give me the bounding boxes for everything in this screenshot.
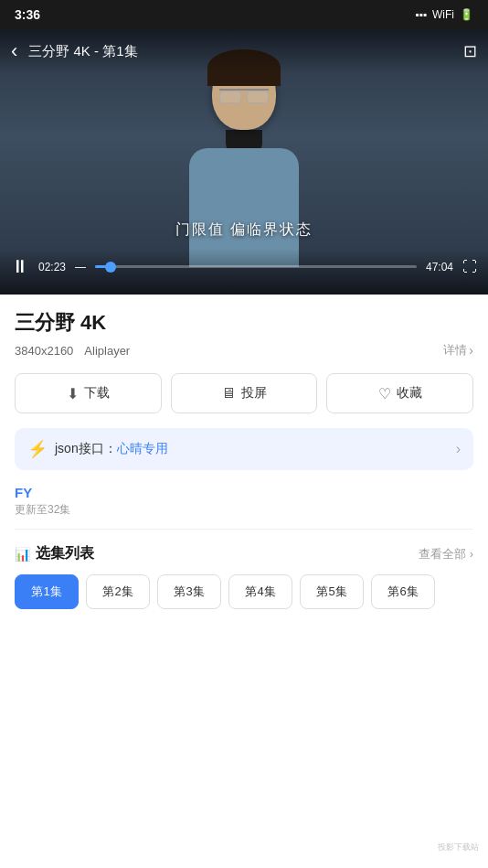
episode-section: 📊 选集列表 查看全部 › 第1集第2集第3集第4集第5集第6集: [15, 544, 473, 609]
progress-thumb: [105, 262, 116, 273]
show-title: 三分野 4K: [15, 309, 473, 337]
battery-icon: 🔋: [460, 8, 473, 21]
video-header: ‹ 三分野 4K - 第1集 ⊡: [0, 29, 488, 73]
player-label: Aliplayer: [84, 344, 130, 358]
progress-bar[interactable]: [95, 265, 417, 268]
content-area: 三分野 4K 3840x2160 Aliplayer 详情 › ⬇ 下载 🖥 投…: [0, 295, 488, 638]
current-time: 02:23: [38, 261, 66, 273]
download-label: 下载: [84, 385, 110, 402]
video-subtitle: 门限值 偏临界状态: [175, 220, 313, 240]
video-title: 三分野 4K - 第1集: [28, 43, 452, 60]
glass-right: [247, 91, 269, 103]
source-section: FY 更新至32集: [15, 485, 473, 530]
json-text: json接口：心晴专用: [55, 441, 456, 457]
cast-icon: 🖥: [221, 385, 236, 402]
status-bar: 3:36 ▪▪▪ WiFi 🔋: [0, 0, 488, 29]
episode-button-1[interactable]: 第1集: [15, 574, 79, 609]
action-buttons: ⬇ 下载 🖥 投屏 ♡ 收藏: [15, 373, 473, 413]
meta-info: 3840x2160 Aliplayer: [15, 344, 130, 358]
json-source: 心晴专用: [117, 441, 168, 455]
episode-header: 📊 选集列表 查看全部 ›: [15, 544, 473, 563]
character-glasses: [219, 89, 269, 103]
source-update: 更新至32集: [15, 502, 473, 518]
meta-row: 3840x2160 Aliplayer 详情 ›: [15, 342, 473, 359]
episode-button-2[interactable]: 第2集: [86, 574, 150, 609]
total-time: 47:04: [426, 261, 453, 273]
source-name[interactable]: FY: [15, 485, 473, 500]
pause-button[interactable]: ⏸: [11, 256, 29, 277]
resolution-label: 3840x2160: [15, 344, 73, 358]
video-character: [171, 57, 317, 240]
detail-arrow-icon: ›: [469, 343, 473, 358]
bar-chart-icon: 📊: [15, 547, 30, 562]
lightning-icon: ⚡: [27, 439, 48, 459]
video-controls: ⏸ 02:23 — 47:04 ⛶: [0, 249, 488, 295]
download-button[interactable]: ⬇ 下载: [15, 373, 162, 413]
episode-section-title: 📊 选集列表: [15, 544, 94, 563]
back-button[interactable]: ‹: [11, 41, 17, 61]
cast-button[interactable]: 🖥 投屏: [171, 373, 318, 413]
controls-row: ⏸ 02:23 — 47:04 ⛶: [11, 256, 477, 277]
json-prefix: json接口：: [55, 441, 117, 455]
download-icon: ⬇: [67, 385, 79, 402]
episode-button-3[interactable]: 第3集: [157, 574, 221, 609]
time-separator: —: [75, 261, 86, 273]
glass-left: [219, 91, 241, 103]
view-all-text: 查看全部: [419, 546, 466, 563]
detail-text: 详情: [443, 342, 467, 359]
signal-icon: ▪▪▪: [415, 8, 427, 21]
episode-grid: 第1集第2集第3集第4集第5集第6集: [15, 574, 473, 609]
wifi-icon: WiFi: [432, 8, 454, 21]
cast-label: 投屏: [241, 385, 267, 402]
watermark-text: 投影下载站: [438, 842, 479, 852]
episode-button-6[interactable]: 第6集: [371, 574, 435, 609]
heart-icon: ♡: [378, 385, 391, 402]
status-icons: ▪▪▪ WiFi 🔋: [415, 8, 473, 21]
view-all-button[interactable]: 查看全部 ›: [419, 546, 473, 563]
episode-button-5[interactable]: 第5集: [300, 574, 364, 609]
episode-title-text: 选集列表: [36, 544, 94, 563]
video-player[interactable]: 门限值 偏临界状态 ‹ 三分野 4K - 第1集 ⊡ ⏸ 02:23 — 47:…: [0, 29, 488, 295]
episode-button-4[interactable]: 第4集: [228, 574, 292, 609]
favorite-button[interactable]: ♡ 收藏: [326, 373, 473, 413]
json-banner[interactable]: ⚡ json接口：心晴专用 ›: [15, 428, 473, 470]
pip-button[interactable]: ⊡: [463, 41, 477, 61]
view-all-arrow-icon: ›: [470, 547, 473, 561]
json-arrow-icon: ›: [456, 441, 461, 457]
favorite-label: 收藏: [397, 385, 422, 402]
watermark: 投影下载站: [438, 841, 479, 853]
detail-link[interactable]: 详情 ›: [443, 342, 473, 359]
status-time: 3:36: [15, 7, 40, 22]
fullscreen-button[interactable]: ⛶: [462, 259, 477, 275]
